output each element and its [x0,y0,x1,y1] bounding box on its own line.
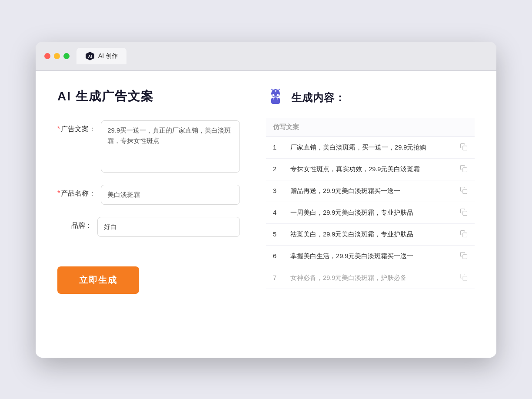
table-row: 2专抹女性斑点，真实功效，29.9元美白淡斑霜 [266,158,475,180]
row-text: 一周美白，29.9元美白淡斑霜，专业护肤品 [283,202,453,223]
table-row: 3赠品再送，29.9元美白淡斑霜买一送一 [266,180,475,202]
svg-point-4 [273,94,275,96]
row-number: 3 [266,180,283,202]
svg-point-9 [275,90,276,92]
row-text: 女神必备，29.9元美白淡斑霜，护肤必备 [283,267,453,289]
table-row: 1厂家直销，美白淡斑霜，买一送一，29.9元抢购 [266,136,475,158]
ad-copy-input[interactable] [101,120,240,173]
row-text: 赠品再送，29.9元美白淡斑霜买一送一 [283,180,453,202]
table-row: 4一周美白，29.9元美白淡斑霜，专业护肤品 [266,202,475,223]
svg-point-11 [271,89,273,90]
right-panel: 生成内容： 仿写文案 1厂家直销，美白淡斑霜，买一送一，29.9元抢购2专抹女性… [266,88,475,340]
svg-point-13 [279,89,280,90]
row-text: 祛斑美白，29.9元美白淡斑霜，专业护肤品 [283,223,453,245]
brand-group: 品牌： [57,217,240,237]
browser-window: AI AI 创作 AI 生成广告文案 *广告文案： *产品名称： [36,42,496,358]
row-number: 2 [266,158,283,180]
svg-rect-18 [463,233,467,237]
brand-input[interactable] [97,217,240,237]
svg-rect-15 [463,167,467,172]
product-name-label: *产品名称： [57,185,96,198]
svg-rect-6 [273,98,274,100]
product-name-input[interactable] [101,185,240,205]
page-title: AI 生成广告文案 [57,88,240,105]
robot-icon [266,88,285,107]
copy-button[interactable] [453,202,475,223]
generate-button[interactable]: 立即生成 [57,266,139,294]
ad-copy-label: *广告文案： [57,120,96,134]
tab-label: AI 创作 [98,52,118,60]
copy-button[interactable] [453,136,475,158]
right-header: 生成内容： [266,88,475,107]
content-area: AI 生成广告文案 *广告文案： *产品名称： 品牌： 立 [36,71,496,358]
svg-text:AI: AI [88,54,92,58]
svg-rect-20 [463,276,467,280]
copy-button[interactable] [453,158,475,180]
maximize-button[interactable] [63,53,70,59]
row-number: 1 [266,136,283,158]
row-number: 4 [266,202,283,223]
row-number: 5 [266,223,283,245]
svg-rect-14 [463,146,467,150]
brand-label: 品牌： [57,217,92,230]
right-panel-title: 生成内容： [291,91,346,105]
ad-copy-group: *广告文案： [57,120,240,173]
required-mark-ad: * [57,125,60,133]
product-name-group: *产品名称： [57,185,240,205]
copy-button[interactable] [453,267,475,289]
ai-logo-icon: AI [85,51,95,61]
svg-rect-7 [277,98,278,100]
copy-button[interactable] [453,245,475,267]
table-row: 7女神必备，29.9元美白淡斑霜，护肤必备 [266,267,475,289]
ai-tab[interactable]: AI AI 创作 [76,48,126,64]
traffic-lights [44,53,70,59]
table-row: 6掌握美白生活，29.9元美白淡斑霜买一送一 [266,245,475,267]
svg-point-5 [277,94,279,96]
row-text: 掌握美白生活，29.9元美白淡斑霜买一送一 [283,245,453,267]
row-number: 7 [266,267,283,289]
close-button[interactable] [44,53,50,59]
svg-rect-16 [463,189,467,193]
row-text: 厂家直销，美白淡斑霜，买一送一，29.9元抢购 [283,136,453,158]
table-row: 5祛斑美白，29.9元美白淡斑霜，专业护肤品 [266,223,475,245]
left-panel: AI 生成广告文案 *广告文案： *产品名称： 品牌： 立 [57,88,240,340]
copy-button[interactable] [453,223,475,245]
minimize-button[interactable] [54,53,60,59]
svg-rect-17 [463,211,467,215]
svg-rect-19 [463,254,467,259]
svg-rect-8 [274,96,277,97]
table-header: 仿写文案 [266,118,475,137]
required-mark-product: * [57,190,60,197]
svg-rect-3 [271,98,280,104]
row-number: 6 [266,245,283,267]
title-bar: AI AI 创作 [36,42,496,71]
results-table: 仿写文案 1厂家直销，美白淡斑霜，买一送一，29.9元抢购2专抹女性斑点，真实功… [266,118,475,289]
copy-button[interactable] [453,180,475,202]
row-text: 专抹女性斑点，真实功效，29.9元美白淡斑霜 [283,158,453,180]
